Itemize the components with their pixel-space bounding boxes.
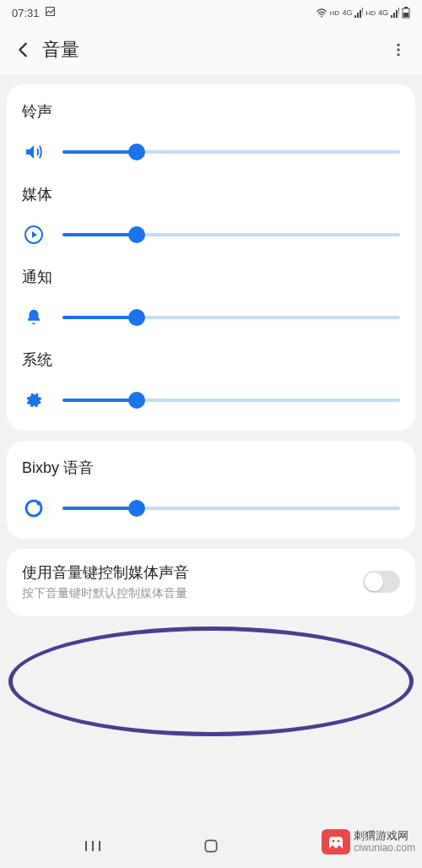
status-bar: 07:31 HD 4G HD 4G bbox=[0, 0, 422, 25]
media-icon bbox=[22, 223, 46, 247]
app-header: 音量 bbox=[0, 25, 422, 74]
bixby-card: Bixby 语音 bbox=[7, 441, 415, 539]
signal-icon bbox=[391, 8, 399, 18]
home-button[interactable] bbox=[201, 836, 221, 856]
ringtone-icon bbox=[22, 140, 46, 164]
bixby-icon bbox=[22, 496, 46, 520]
slider-label: 系统 bbox=[22, 350, 400, 370]
toggle-subtitle: 按下音量键时默认控制媒体音量 bbox=[22, 586, 363, 601]
signal-icon bbox=[354, 8, 363, 18]
svg-point-5 bbox=[397, 44, 399, 46]
toggle-title: 使用音量键控制媒体声音 bbox=[22, 562, 363, 583]
slider-media: 媒体 bbox=[22, 184, 400, 247]
media-key-toggle-row[interactable]: 使用音量键控制媒体声音 按下音量键时默认控制媒体音量 bbox=[7, 549, 415, 616]
slider-thumb[interactable] bbox=[128, 226, 145, 243]
wifi-icon bbox=[316, 8, 327, 18]
status-indicators: HD 4G HD 4G bbox=[316, 7, 410, 19]
highlight-annotation bbox=[8, 627, 414, 736]
watermark: 刺猬游戏网 ciwuniao.com bbox=[322, 829, 415, 854]
svg-point-15 bbox=[333, 840, 335, 843]
slider-thumb[interactable] bbox=[128, 309, 145, 326]
notification-icon bbox=[22, 306, 46, 329]
page-title: 音量 bbox=[42, 37, 385, 62]
battery-icon bbox=[402, 7, 410, 19]
watermark-icon bbox=[322, 829, 350, 854]
slider-media-track[interactable] bbox=[62, 233, 400, 236]
svg-rect-14 bbox=[205, 840, 216, 851]
slider-system-track[interactable] bbox=[62, 399, 400, 402]
toggle-knob bbox=[365, 572, 383, 591]
slider-label: 铃声 bbox=[22, 101, 400, 122]
more-button[interactable] bbox=[385, 36, 412, 63]
slider-label: Bixby 语音 bbox=[22, 458, 400, 478]
screenshot-icon bbox=[45, 6, 56, 19]
watermark-url: ciwuniao.com bbox=[354, 843, 415, 854]
slider-notification: 通知 bbox=[22, 267, 400, 329]
slider-ringtone: 铃声 bbox=[22, 101, 400, 164]
svg-point-16 bbox=[338, 840, 340, 843]
slider-bixby: Bixby 语音 bbox=[22, 458, 400, 520]
slider-label: 媒体 bbox=[22, 184, 400, 204]
slider-thumb[interactable] bbox=[128, 500, 145, 517]
svg-rect-4 bbox=[403, 13, 408, 17]
status-time: 07:31 bbox=[12, 7, 40, 19]
slider-bixby-track[interactable] bbox=[62, 507, 400, 510]
svg-rect-3 bbox=[404, 7, 408, 8]
svg-point-7 bbox=[397, 53, 399, 56]
slider-thumb[interactable] bbox=[128, 392, 145, 409]
slider-system: 系统 bbox=[22, 350, 400, 412]
slider-thumb[interactable] bbox=[128, 144, 145, 160]
recents-button[interactable] bbox=[83, 836, 103, 856]
svg-point-6 bbox=[397, 48, 399, 51]
slider-notification-track[interactable] bbox=[62, 316, 400, 319]
volume-sliders-card: 铃声 媒体 bbox=[7, 84, 415, 431]
slider-ringtone-track[interactable] bbox=[62, 150, 400, 154]
svg-point-1 bbox=[321, 16, 322, 18]
slider-label: 通知 bbox=[22, 267, 400, 287]
back-button[interactable] bbox=[10, 36, 37, 63]
svg-rect-0 bbox=[46, 8, 54, 16]
svg-point-10 bbox=[37, 502, 41, 506]
media-key-toggle[interactable] bbox=[363, 571, 400, 593]
system-icon bbox=[22, 388, 46, 412]
watermark-title: 刺猬游戏网 bbox=[354, 830, 415, 842]
